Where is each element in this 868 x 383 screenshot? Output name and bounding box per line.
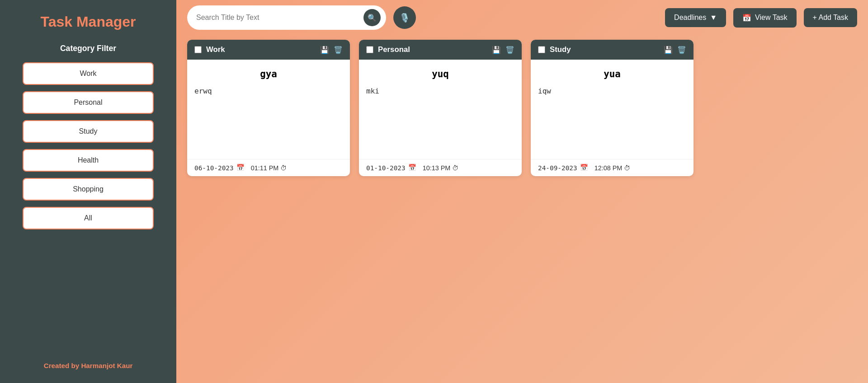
- clock-icon: ⏱: [280, 164, 287, 172]
- cards-area: Work 💾 🗑️ gya erwq 06-10-2023 📅 01:11 PM…: [176, 35, 868, 383]
- card-task-description: iqw: [538, 87, 686, 95]
- filter-list: WorkPersonalStudyHealthShoppingAll: [9, 62, 167, 229]
- card-time: 01:11 PM ⏱: [251, 164, 287, 172]
- card-footer: 24-09-2023 📅 12:08 PM ⏱: [531, 159, 693, 176]
- calendar-icon: 📅: [742, 14, 751, 22]
- card-task-description: erwq: [194, 87, 343, 95]
- card-header-icons: 💾 🗑️: [492, 46, 514, 54]
- card-date: 01-10-2023: [366, 164, 406, 172]
- card-header: Personal 💾 🗑️: [359, 40, 522, 60]
- card-category: Study: [550, 45, 659, 54]
- calendar-icon: 📅: [580, 164, 588, 172]
- search-input[interactable]: [196, 14, 360, 22]
- card-header-icons: 💾 🗑️: [320, 46, 343, 54]
- save-card-button[interactable]: 💾: [492, 46, 501, 54]
- topbar: 🔍 🎙️ Deadlines ▼ 📅 View Task + Add Task: [176, 0, 868, 35]
- search-wrapper: 🔍: [187, 5, 386, 30]
- app-title: Task Manager: [40, 14, 136, 30]
- card-body: yua iqw: [531, 60, 693, 159]
- card-task-title: gya: [194, 69, 343, 79]
- delete-card-button[interactable]: 🗑️: [677, 46, 686, 54]
- card-body: yuq mki: [359, 60, 522, 159]
- filter-btn-personal[interactable]: Personal: [23, 91, 154, 114]
- deadlines-label: Deadlines: [674, 14, 706, 22]
- view-task-label: View Task: [755, 14, 787, 22]
- card-date: 24-09-2023: [538, 164, 577, 172]
- card-checkbox[interactable]: [366, 46, 373, 53]
- card-task-title: yuq: [366, 69, 514, 79]
- view-task-button[interactable]: 📅 View Task: [733, 8, 796, 28]
- task-card: Work 💾 🗑️ gya erwq 06-10-2023 📅 01:11 PM…: [187, 40, 350, 176]
- filter-btn-shopping[interactable]: Shopping: [23, 178, 154, 201]
- delete-card-button[interactable]: 🗑️: [505, 46, 514, 54]
- chevron-down-icon: ▼: [710, 14, 717, 22]
- card-footer: 01-10-2023 📅 10:13 PM ⏱: [359, 159, 522, 176]
- footer-prefix: Created by: [44, 362, 81, 369]
- search-button[interactable]: 🔍: [363, 9, 381, 26]
- calendar-icon: 📅: [408, 164, 416, 172]
- card-header: Work 💾 🗑️: [187, 40, 350, 60]
- deadlines-button[interactable]: Deadlines ▼: [665, 8, 726, 27]
- search-icon: 🔍: [368, 14, 377, 22]
- card-time: 10:13 PM ⏱: [423, 164, 459, 172]
- save-card-button[interactable]: 💾: [320, 46, 329, 54]
- card-header: Study 💾 🗑️: [531, 40, 693, 60]
- card-header-icons: 💾 🗑️: [664, 46, 686, 54]
- card-category: Work: [206, 45, 316, 54]
- footer: Created by Harmanjot Kaur: [44, 362, 133, 369]
- add-task-button[interactable]: + Add Task: [804, 8, 857, 27]
- sidebar: Task Manager Category Filter WorkPersona…: [0, 0, 176, 383]
- card-time: 12:08 PM ⏱: [594, 164, 631, 172]
- filter-btn-work[interactable]: Work: [23, 62, 154, 85]
- delete-card-button[interactable]: 🗑️: [334, 46, 343, 54]
- card-checkbox[interactable]: [538, 46, 545, 53]
- card-task-title: yua: [538, 69, 686, 79]
- clock-icon: ⏱: [624, 164, 630, 172]
- card-category: Personal: [378, 45, 487, 54]
- footer-author: Harmanjot Kaur: [81, 362, 132, 369]
- save-card-button[interactable]: 💾: [664, 46, 673, 54]
- filter-btn-all[interactable]: All: [23, 207, 154, 229]
- category-filter-heading: Category Filter: [60, 44, 116, 53]
- clock-icon: ⏱: [452, 164, 458, 172]
- main-content: 🔍 🎙️ Deadlines ▼ 📅 View Task + Add Task …: [176, 0, 868, 383]
- calendar-icon: 📅: [236, 164, 245, 172]
- task-card: Study 💾 🗑️ yua iqw 24-09-2023 📅 12:08 PM…: [531, 40, 693, 176]
- mic-icon: 🎙️: [399, 13, 410, 23]
- add-task-label: + Add Task: [813, 14, 848, 22]
- filter-btn-study[interactable]: Study: [23, 120, 154, 143]
- card-body: gya erwq: [187, 60, 350, 159]
- task-card: Personal 💾 🗑️ yuq mki 01-10-2023 📅 10:13…: [359, 40, 522, 176]
- card-footer: 06-10-2023 📅 01:11 PM ⏱: [187, 159, 350, 176]
- filter-btn-health[interactable]: Health: [23, 149, 154, 172]
- card-checkbox[interactable]: [194, 46, 202, 53]
- card-date: 06-10-2023: [194, 164, 234, 172]
- card-task-description: mki: [366, 87, 514, 95]
- mic-button[interactable]: 🎙️: [393, 6, 416, 29]
